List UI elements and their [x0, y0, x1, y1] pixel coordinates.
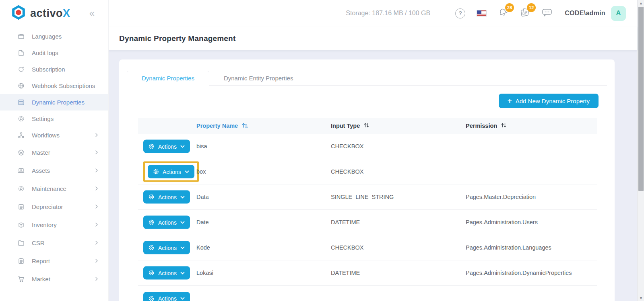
chevron-down-icon [180, 221, 185, 224]
cell-property-name: Lokasi [196, 270, 213, 276]
sort-both-icon [363, 122, 369, 129]
scrollbar-thumb[interactable] [638, 7, 644, 191]
cell-input-type: DATETIME [331, 270, 360, 276]
help-icon: ? [455, 8, 465, 18]
storage-usage-text: Storage: 187.16 MB / 100 GB [346, 10, 430, 17]
add-new-dynamic-property-button[interactable]: + Add New Dynamic Property [499, 94, 599, 108]
scroll-up-arrow-icon[interactable]: ▲ [638, 0, 644, 6]
language-flag-button[interactable] [477, 10, 487, 16]
cell-property-name: box [196, 168, 206, 175]
logo-wordmark: activoX [30, 7, 70, 20]
dynamic-properties-icon [17, 98, 25, 106]
sidebar-item-audit-logs[interactable]: Audit logs [0, 45, 108, 61]
sidebar-item-workflows[interactable]: Workflows [0, 127, 108, 143]
cell-input-type: CHECKBOX [331, 143, 363, 149]
gear-icon [153, 169, 159, 175]
languages-icon [17, 33, 25, 41]
sidebar-item-settings[interactable]: Settings [0, 111, 108, 127]
column-header-input-type[interactable]: Input Type [331, 118, 369, 134]
gear-icon [149, 143, 155, 149]
logo-hexagon-icon [10, 4, 27, 22]
sidebar-item-dynamic-properties[interactable]: Dynamic Properties [0, 94, 108, 111]
table-row: Actions Lokasi DATETIME Pages.Administra… [138, 260, 597, 286]
sidebar-item-languages[interactable]: Languages [0, 28, 108, 45]
actions-button[interactable]: Actions [148, 165, 194, 178]
settings-gear-icon [17, 115, 25, 123]
chevron-right-icon [95, 167, 99, 174]
table-row: Actions Data SINGLE_LINE_STRING Pages.Ma… [138, 184, 597, 210]
cell-permission: Pages.Administration.Users [466, 219, 538, 225]
sidebar-item-maintenance[interactable]: Maintenance [0, 180, 108, 198]
globe-icon [17, 82, 25, 90]
cell-permission: Pages.Administration.Languages [466, 244, 551, 251]
actions-button[interactable]: Actions [143, 216, 190, 229]
chat-icon [541, 7, 553, 19]
cell-property-name: bisa [196, 143, 207, 149]
chevron-right-icon [95, 240, 99, 246]
tab-bar: Dynamic Properties Dynamic Entity Proper… [127, 71, 607, 86]
master-layers-icon [17, 149, 25, 157]
tab-dynamic-properties[interactable]: Dynamic Properties [127, 71, 209, 86]
tab-dynamic-entity-properties[interactable]: Dynamic Entity Properties [209, 71, 308, 85]
sidebar-item-market[interactable]: Market [0, 270, 108, 288]
sidebar-item-master[interactable]: Master [0, 143, 108, 162]
gear-icon [149, 295, 155, 301]
chevron-right-icon [95, 203, 99, 210]
table-row-partial: Actions [138, 286, 597, 301]
help-button[interactable]: ? [455, 8, 465, 18]
gear-icon [149, 245, 155, 251]
us-flag-icon [477, 10, 487, 16]
sort-both-icon [501, 122, 507, 129]
column-header-property-name[interactable]: Property Name [196, 118, 248, 134]
scroll-down-arrow-icon[interactable]: ▼ [638, 295, 644, 301]
gear-icon [149, 219, 155, 225]
sidebar-item-inventory[interactable]: Inventory [0, 216, 108, 234]
gear-icon [149, 270, 155, 276]
sidebar-item-subscription[interactable]: Subscription [0, 61, 108, 78]
chevron-down-icon [185, 170, 189, 173]
cell-property-name: Data [196, 194, 209, 200]
chevron-right-icon [95, 149, 99, 156]
documents-button[interactable]: 12 [520, 7, 530, 19]
gear-icon [149, 194, 155, 200]
dynamic-properties-table: Property Name Input Type Permission [138, 118, 597, 301]
cell-input-type: SINGLE_LINE_STRING [331, 194, 394, 200]
content-card: Dynamic Properties Dynamic Entity Proper… [119, 59, 615, 301]
documents-badge: 12 [527, 3, 536, 12]
actions-button[interactable]: Actions [143, 190, 190, 204]
actions-button[interactable]: Actions [143, 266, 190, 280]
page-title: Dynamic Property Management [119, 34, 235, 43]
cell-input-type: DATETIME [331, 219, 360, 225]
column-header-permission[interactable]: Permission [466, 118, 507, 134]
cell-input-type: CHECKBOX [331, 168, 363, 175]
cell-property-name: Kode [196, 244, 210, 251]
user-menu[interactable]: CODE\admin [565, 10, 605, 17]
sidebar-item-depreciator[interactable]: Depreciator [0, 198, 108, 216]
table-row: Actions bisa CHECKBOX [138, 134, 597, 159]
sidebar-item-webhook-subscriptions[interactable]: Webhook Subscriptions [0, 78, 108, 94]
sidebar-collapse-icon[interactable]: « [89, 8, 95, 18]
sidebar-item-report[interactable]: Report [0, 252, 108, 270]
chevron-down-icon [180, 271, 185, 274]
avatar[interactable]: A [611, 6, 626, 21]
sidebar: activoX « Languages Audit logs Subscript… [0, 0, 109, 301]
chevron-down-icon [180, 246, 185, 249]
chat-button[interactable] [541, 7, 553, 19]
maintenance-gear-icon [17, 185, 25, 193]
actions-button[interactable]: Actions [143, 140, 190, 153]
sidebar-nav: Languages Audit logs Subscription Webhoo… [0, 28, 108, 288]
actions-button[interactable]: Actions [143, 241, 190, 254]
cell-input-type: CHECKBOX [331, 244, 363, 251]
chevron-right-icon [95, 276, 99, 283]
sidebar-item-csr[interactable]: CSR [0, 234, 108, 252]
cell-permission: Pages.Master.Depreciation [466, 194, 536, 200]
vertical-scrollbar[interactable]: ▲ ▼ [637, 0, 644, 301]
sidebar-item-assets[interactable]: Assets [0, 162, 108, 180]
actions-button[interactable]: Actions [143, 292, 190, 301]
subscription-refresh-icon [17, 66, 25, 74]
report-clipboard-icon [17, 257, 25, 265]
assets-laptop-icon [17, 167, 25, 175]
notifications-button[interactable]: 28 [498, 7, 508, 19]
logo[interactable]: activoX « [0, 0, 108, 27]
chevron-down-icon [180, 195, 185, 199]
